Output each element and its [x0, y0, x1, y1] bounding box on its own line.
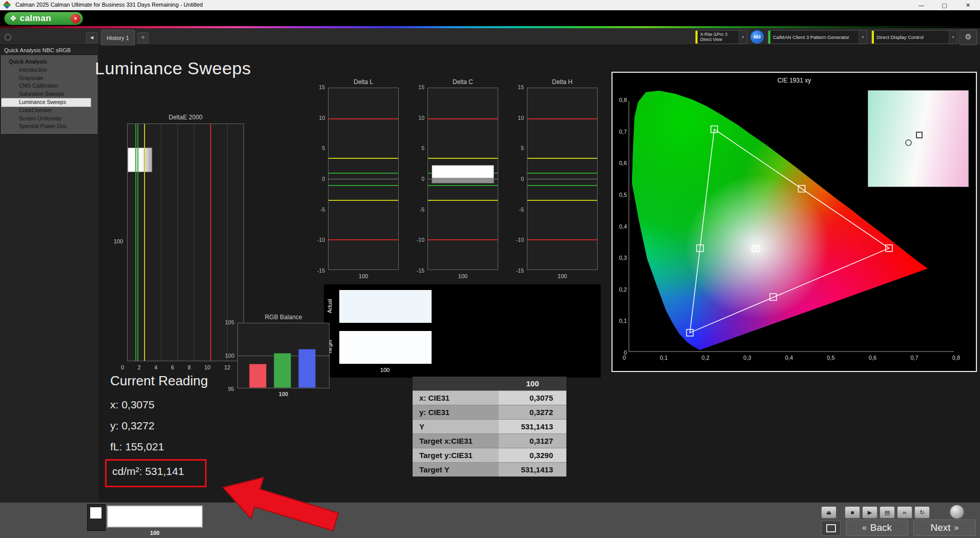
tick-label: -10	[516, 237, 524, 243]
gear-icon[interactable]: ⚙	[959, 30, 977, 45]
tick-label: -5	[420, 206, 424, 213]
tick-label: 10	[319, 115, 325, 121]
stop-button[interactable]: ■	[845, 506, 860, 519]
target-point-icon	[916, 132, 923, 138]
next-button[interactable]: Next »	[913, 520, 976, 536]
reference-line	[144, 124, 145, 361]
tick-label: 0,7	[619, 129, 627, 135]
meter-count-badge[interactable]: 663	[750, 30, 764, 44]
tick-label: 15	[518, 84, 524, 90]
tick-label: -5	[519, 206, 524, 213]
table-row: Target y:CIE310,3290	[413, 448, 566, 462]
sidebar-item-quick-analysis[interactable]: Quick Analysis	[2, 58, 97, 66]
sidebar-item-spectral-power-dist-[interactable]: Spectral Power Dist.	[2, 122, 97, 131]
tick-label: 0,2	[702, 355, 709, 361]
chevron-right-icon: »	[954, 523, 959, 532]
reference-line	[428, 185, 498, 186]
reference-line	[137, 124, 138, 361]
calman-dropdown-icon[interactable]: ▼	[71, 14, 80, 24]
tick-label: 0,3	[743, 355, 751, 361]
table-row-value: 0,3075	[499, 391, 566, 405]
delta-c-x-label: 100	[427, 273, 498, 279]
reading-x: x: 0,3075	[110, 399, 154, 411]
refresh-button[interactable]: ↻	[914, 506, 930, 519]
sidebar-item-introduction[interactable]: Introduction	[2, 66, 97, 74]
sidebar-indicator-icon[interactable]	[5, 34, 11, 40]
calman-menu-button[interactable]: ❖ calman ▼	[4, 12, 83, 25]
workflow-title: Quick Analysis NBC sRGB	[4, 47, 71, 53]
delta-c-plot	[427, 88, 498, 270]
reading-y: y: 0,3272	[110, 420, 154, 432]
annotation-arrow	[215, 474, 343, 535]
reference-line	[527, 118, 597, 119]
tab-history-1[interactable]: History 1	[101, 30, 135, 46]
add-tab-button[interactable]: +	[137, 32, 149, 44]
results-table-header: 100	[413, 377, 566, 390]
pattern-source-dropdown[interactable]: CalMAN Client 3 Pattern Generator ▼	[768, 30, 867, 44]
calman-diamond-icon: ❖	[10, 14, 16, 23]
window-icon	[826, 524, 836, 532]
eject-button[interactable]: ⏏	[821, 506, 836, 519]
table-row: Y531,1413	[413, 419, 566, 433]
reference-line	[527, 200, 597, 201]
tick-label: 8	[188, 364, 191, 370]
sidebar-item-luminance-sweeps[interactable]: Luminance Sweeps	[2, 98, 91, 107]
tick-label: -15	[417, 267, 424, 274]
cie-x-ticks: 00,10,20,30,40,50,60,70,8	[623, 355, 960, 361]
status-indicator	[949, 504, 965, 520]
maximize-button[interactable]: ▢	[933, 0, 956, 10]
tick-label: 0	[623, 355, 626, 361]
pattern-window-button[interactable]	[821, 521, 841, 536]
sidebar-item-colorchecker[interactable]: ColorChecker	[2, 107, 97, 115]
sidebar-item-saturation-sweeps[interactable]: Saturation Sweeps	[2, 90, 97, 98]
display-control-dropdown[interactable]: Direct Display Control ▼	[871, 30, 957, 44]
tick-label: 0	[322, 176, 325, 182]
tick-label: 0,2	[619, 286, 627, 293]
table-row: Target Y531,1413	[413, 462, 566, 477]
tick-label: 0	[521, 176, 524, 182]
tick-label: 15	[418, 84, 424, 90]
save-button[interactable]: ▤	[880, 506, 895, 519]
reference-line	[428, 200, 498, 201]
reading-fl: fL: 155,021	[110, 441, 164, 453]
sidebar-item-cms-calibration[interactable]: CMS Calibration	[2, 82, 97, 90]
reference-line	[329, 239, 398, 240]
delta-l-ticks: 151050-5-10-15	[310, 84, 325, 274]
table-row-label: Target Y	[413, 463, 499, 477]
reference-line	[210, 124, 211, 361]
next-button-label: Next	[931, 522, 951, 533]
red-bar	[249, 364, 267, 388]
deltae-chart-title: DeltaE 2000	[127, 114, 244, 121]
close-button[interactable]: ✕	[956, 0, 980, 10]
tick-label: 0,4	[619, 223, 627, 230]
tick-label: 0	[421, 176, 424, 182]
window-title: Calman 2025 Calman Ultimate for Business…	[15, 2, 203, 8]
tick-label: -15	[516, 267, 524, 274]
chevron-down-icon[interactable]: ▼	[739, 31, 747, 44]
chevron-down-icon[interactable]: ▼	[859, 31, 867, 44]
minimize-button[interactable]: —	[910, 0, 933, 10]
sidebar-item-grayscale[interactable]: Grayscale	[2, 74, 97, 82]
results-table: 100 x: CIE310,3075y: CIE310,3272Y531,141…	[413, 377, 566, 477]
swatch-point-label: 100	[339, 367, 431, 373]
tick-label: 5	[521, 145, 524, 151]
annotation-box	[105, 459, 207, 487]
sidebar-item-screen-uniformity[interactable]: Screen Uniformity	[2, 115, 97, 123]
meter-dropdown[interactable]: X-Rite i1Pro 3 Direct View ▼	[695, 30, 747, 44]
play-button[interactable]: ▶	[862, 506, 877, 519]
cie-zoom-inset	[868, 90, 969, 187]
reference-line	[329, 185, 398, 186]
swatch-panel: Actual Target 100	[324, 284, 601, 378]
sidebar-tree: Quick AnalysisIntroductionGrayscaleCMS C…	[1, 55, 97, 134]
delta-h-ticks: 151050-5-10-15	[508, 84, 524, 274]
chevron-down-icon[interactable]: ▼	[949, 31, 957, 44]
sidebar-collapse-button[interactable]: ◀	[86, 32, 97, 43]
tick-label: 15	[319, 84, 325, 90]
table-row-label: Target x:CIE31	[413, 434, 499, 448]
continuous-read-button[interactable]: ∞	[897, 506, 912, 519]
back-button[interactable]: « Back	[846, 520, 908, 536]
pattern-preview-swatch	[90, 507, 101, 519]
reference-line	[527, 239, 597, 240]
reference-line	[527, 179, 597, 179]
reference-line	[428, 118, 498, 119]
